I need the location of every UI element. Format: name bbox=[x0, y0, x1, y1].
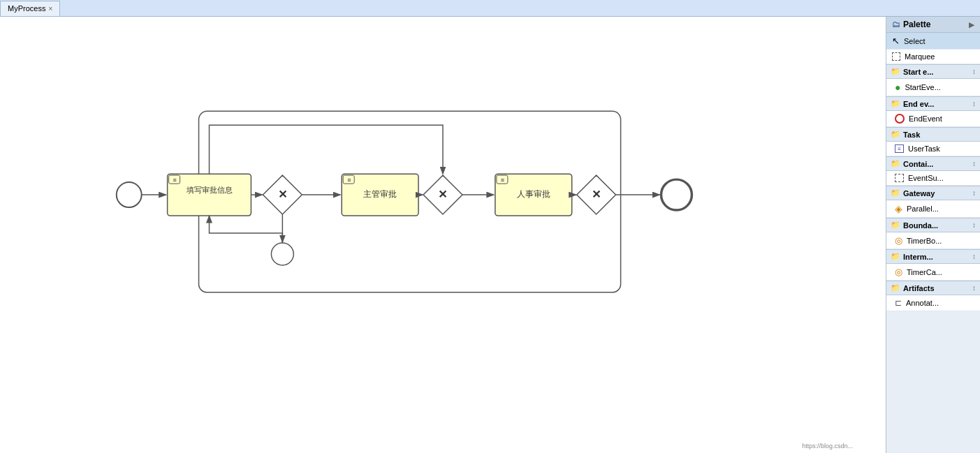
start-event-icon: ● bbox=[895, 82, 900, 93]
tab-close-icon[interactable]: × bbox=[48, 5, 52, 13]
palette-item-parallel[interactable]: ◈ Parallel... bbox=[886, 200, 980, 218]
intermediate-event-shape bbox=[271, 243, 293, 265]
start-events-scroll-icon[interactable]: ↕ bbox=[972, 68, 976, 75]
palette-panel: 🗂 Palette ▶ ↖ Select Marquee 📁 Start e..… bbox=[886, 17, 980, 453]
start-events-folder-icon: 📁 bbox=[891, 67, 900, 76]
timer-ca-icon: ◎ bbox=[895, 267, 902, 277]
tab-label: MyProcess bbox=[8, 4, 45, 13]
start-events-label: Start e... bbox=[903, 68, 933, 76]
user-task-label: UserTask bbox=[908, 144, 940, 153]
palette-item-timer-ca[interactable]: ◎ TimerCa... bbox=[886, 264, 980, 281]
palette-item-annotat[interactable]: ⊏ Annotat... bbox=[886, 295, 980, 311]
gw2-x: ✕ bbox=[439, 188, 448, 200]
start-event-shape bbox=[117, 182, 142, 207]
select-label: Select bbox=[904, 37, 926, 45]
task1-label1: 填写审批信息 bbox=[186, 186, 233, 194]
end-events-label: End ev... bbox=[903, 100, 934, 108]
palette-item-user-task[interactable]: ≡ UserTask bbox=[886, 142, 980, 156]
artifacts-scroll-icon[interactable]: ↕ bbox=[972, 284, 976, 292]
palette-section-start-events[interactable]: 📁 Start e... ↕ bbox=[886, 64, 980, 79]
timer-bo-icon: ◎ bbox=[895, 235, 902, 246]
tab-bar: MyProcess × bbox=[0, 0, 980, 17]
palette-item-start-event[interactable]: ● StartEve... bbox=[886, 79, 980, 96]
parallel-icon: ◈ bbox=[895, 203, 902, 214]
user-task-icon: ≡ bbox=[895, 144, 904, 153]
event-su-icon bbox=[895, 174, 904, 182]
cursor-icon: ↖ bbox=[892, 36, 900, 46]
end-event-label: EndEvent bbox=[909, 114, 942, 123]
end-event-icon bbox=[895, 114, 905, 124]
gateway-folder-icon: 📁 bbox=[891, 188, 900, 198]
palette-item-event-su[interactable]: EventSu... bbox=[886, 171, 980, 186]
gateway-label: Gateway bbox=[903, 189, 935, 198]
palette-section-boundary[interactable]: 📁 Bounda... ↕ bbox=[886, 218, 980, 232]
task-folder-icon: 📁 bbox=[891, 130, 900, 139]
marquee-icon bbox=[892, 52, 900, 61]
task3-icon-text: ≡ bbox=[501, 177, 504, 184]
timer-ca-label: TimerCa... bbox=[907, 268, 942, 276]
event-su-label: EventSu... bbox=[908, 174, 944, 182]
task-label: Task bbox=[903, 131, 920, 139]
task1-icon-text: ≡ bbox=[173, 177, 177, 184]
palette-item-select[interactable]: ↖ Select bbox=[886, 33, 980, 50]
task2-label: 主管审批 bbox=[363, 189, 397, 199]
palette-section-intermediate[interactable]: 📁 Interm... ↕ bbox=[886, 249, 980, 264]
intermediate-label: Interm... bbox=[903, 253, 933, 261]
top-loop-path bbox=[210, 125, 443, 174]
flow-interm-to-task1 bbox=[210, 216, 283, 243]
annotat-label: Annotat... bbox=[906, 299, 939, 307]
artifacts-folder-icon: 📁 bbox=[891, 283, 900, 292]
palette-item-marquee[interactable]: Marquee bbox=[886, 50, 980, 64]
gateway-scroll-icon[interactable]: ↕ bbox=[972, 189, 976, 197]
palette-section-end-events[interactable]: 📁 End ev... ↕ bbox=[886, 96, 980, 111]
container-scroll-icon[interactable]: ↕ bbox=[972, 160, 976, 168]
palette-folder-icon: 🗂 bbox=[892, 20, 900, 29]
task3-label: 人事审批 bbox=[517, 189, 550, 199]
artifacts-label: Artifacts bbox=[903, 284, 935, 292]
annotat-icon: ⊏ bbox=[895, 298, 902, 308]
intermediate-scroll-icon[interactable]: ↕ bbox=[972, 253, 976, 260]
palette-section-gateway[interactable]: 📁 Gateway ↕ bbox=[886, 186, 980, 200]
parallel-label: Parallel... bbox=[907, 205, 939, 213]
palette-section-artifacts[interactable]: 📁 Artifacts ↕ bbox=[886, 281, 980, 295]
boundary-scroll-icon[interactable]: ↕ bbox=[972, 221, 976, 229]
palette-title: Palette bbox=[903, 20, 930, 29]
palette-item-end-event[interactable]: EndEvent bbox=[886, 111, 980, 127]
boundary-folder-icon: 📁 bbox=[891, 221, 900, 230]
gw3-x: ✕ bbox=[592, 188, 601, 200]
palette-section-container[interactable]: 📁 Contai... ↕ bbox=[886, 156, 980, 171]
end-events-folder-icon: 📁 bbox=[891, 99, 900, 108]
status-url: https://blog.csdn... bbox=[802, 443, 853, 450]
canvas-area[interactable]: ≡ 填写审批信息 ✕ ≡ 主管审批 ✕ ≡ 人事 bbox=[0, 17, 886, 453]
container-label: Contai... bbox=[903, 160, 933, 168]
bpmn-diagram: ≡ 填写审批信息 ✕ ≡ 主管审批 ✕ ≡ 人事 bbox=[0, 17, 886, 453]
boundary-label: Bounda... bbox=[903, 221, 938, 230]
start-event-label: StartEve... bbox=[905, 83, 940, 91]
end-events-scroll-icon[interactable]: ↕ bbox=[972, 100, 976, 107]
end-event-shape bbox=[661, 179, 692, 210]
palette-expand-icon[interactable]: ▶ bbox=[969, 21, 974, 29]
marquee-label: Marquee bbox=[905, 52, 935, 61]
my-process-tab[interactable]: MyProcess × bbox=[0, 1, 60, 16]
container-folder-icon: 📁 bbox=[891, 159, 900, 168]
palette-header: 🗂 Palette ▶ bbox=[886, 17, 980, 33]
timer-bo-label: TimerBo... bbox=[907, 237, 942, 245]
palette-section-task[interactable]: 📁 Task bbox=[886, 127, 980, 142]
palette-item-timer-bo[interactable]: ◎ TimerBo... bbox=[886, 232, 980, 249]
main-area: ≡ 填写审批信息 ✕ ≡ 主管审批 ✕ ≡ 人事 bbox=[0, 17, 980, 453]
intermediate-folder-icon: 📁 bbox=[891, 252, 900, 261]
task2-icon-text: ≡ bbox=[347, 177, 351, 184]
gw1-x: ✕ bbox=[278, 188, 287, 200]
